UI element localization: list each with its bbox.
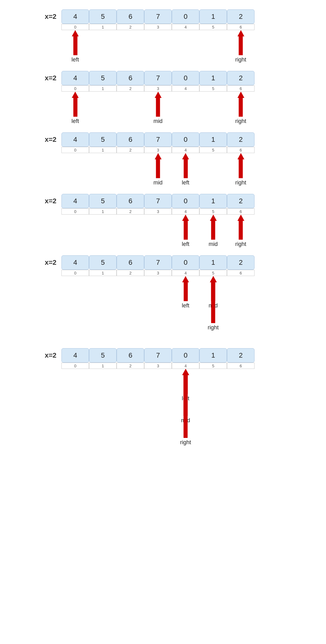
label-left-2: left — [71, 118, 79, 125]
index-row-1: 0123456 — [61, 24, 285, 30]
shaft-right-5 — [211, 282, 215, 323]
cell-2-3: 7 — [144, 71, 172, 85]
main-container: x=245670120123456leftrightx=245670120123… — [0, 0, 326, 472]
arrow-right-5: right — [208, 276, 218, 331]
label-right-6: right — [180, 439, 191, 446]
cell-1-0: 4 — [61, 9, 89, 24]
arrowhead-mid-4 — [210, 215, 217, 221]
shaft-right-1 — [239, 36, 243, 55]
arrowhead-right-6 — [182, 369, 189, 375]
cell-5-6: 2 — [227, 255, 255, 270]
array-row-4: x=24567012 — [41, 194, 285, 208]
x-label-6: x=2 — [41, 351, 56, 359]
index-row-4: 0123456 — [61, 208, 285, 215]
cell-6-5: 1 — [199, 348, 227, 363]
shaft-right-6 — [183, 375, 187, 438]
arrowhead-mid-3 — [155, 153, 161, 159]
cell-6-0: 4 — [61, 348, 89, 363]
cell-5-3: 7 — [144, 255, 172, 270]
cell-5-5: 1 — [199, 255, 227, 270]
cell-2-6: 2 — [227, 71, 255, 85]
label-left-1: left — [71, 56, 79, 63]
diagram-4: x=245670120123456leftmidright — [41, 194, 285, 249]
arrow-right-3: right — [235, 153, 246, 186]
arrowhead-mid-2 — [155, 92, 161, 98]
cell-4-0: 4 — [61, 194, 89, 208]
cell-1-1: 5 — [89, 9, 117, 24]
index-row-3: 0123456 — [61, 147, 285, 153]
idx-4-5: 5 — [199, 208, 227, 215]
shaft-left-2 — [73, 98, 77, 117]
cell-2-1: 5 — [89, 71, 117, 85]
index-row-6: 0123456 — [61, 363, 285, 369]
cell-4-5: 1 — [199, 194, 227, 208]
idx-2-5: 5 — [199, 85, 227, 92]
idx-1-3: 3 — [144, 24, 172, 30]
arrowhead-left-2 — [72, 92, 79, 98]
x-label-5: x=2 — [41, 258, 56, 267]
cell-3-6: 2 — [227, 132, 255, 147]
shaft-mid-2 — [156, 98, 160, 117]
arrows-area-1: leftright — [61, 30, 285, 65]
arrowhead-left-4 — [182, 215, 189, 221]
cell-5-4: 0 — [172, 255, 199, 270]
arrowhead-left-1 — [72, 30, 79, 36]
label-mid-3: mid — [153, 179, 162, 186]
idx-3-1: 1 — [89, 147, 117, 153]
shaft-right-4 — [239, 221, 243, 240]
arrowhead-right-4 — [237, 215, 244, 221]
cell-3-1: 5 — [89, 132, 117, 147]
x-label-3: x=2 — [41, 136, 56, 144]
array-row-3: x=24567012 — [41, 132, 285, 147]
cell-4-6: 2 — [227, 194, 255, 208]
arrows-area-5: leftmidright — [61, 276, 285, 342]
idx-3-3: 3 — [144, 147, 172, 153]
shaft-left-5 — [183, 282, 187, 301]
idx-1-0: 0 — [61, 24, 89, 30]
arrow-left-1: left — [71, 30, 79, 63]
idx-6-6: 6 — [227, 363, 255, 369]
shaft-right-3 — [239, 159, 243, 178]
idx-3-4: 4 — [172, 147, 199, 153]
idx-5-3: 3 — [144, 270, 172, 276]
arrow-mid-2: mid — [153, 92, 162, 125]
idx-6-5: 5 — [199, 363, 227, 369]
arrow-left-2: left — [71, 92, 79, 125]
idx-2-6: 6 — [227, 85, 255, 92]
arrowhead-right-3 — [237, 153, 244, 159]
idx-5-6: 6 — [227, 270, 255, 276]
idx-1-2: 2 — [117, 24, 144, 30]
idx-4-4: 4 — [172, 208, 199, 215]
arrowhead-right-1 — [237, 30, 244, 36]
idx-1-4: 4 — [172, 24, 199, 30]
cell-2-0: 4 — [61, 71, 89, 85]
label-left-3: left — [182, 179, 189, 186]
array-row-6: x=24567012 — [41, 348, 285, 363]
cell-3-5: 1 — [199, 132, 227, 147]
cell-4-1: 5 — [89, 194, 117, 208]
shaft-left-3 — [183, 159, 187, 178]
arrow-right-1: right — [235, 30, 246, 63]
cell-3-0: 4 — [61, 132, 89, 147]
idx-4-0: 0 — [61, 208, 89, 215]
label-right-2: right — [235, 118, 246, 125]
array-row-2: x=24567012 — [41, 71, 285, 85]
cell-6-6: 2 — [227, 348, 255, 363]
shaft-right-2 — [239, 98, 243, 117]
idx-1-6: 6 — [227, 24, 255, 30]
arrowhead-right-5 — [210, 276, 217, 282]
label-mid-2: mid — [153, 118, 162, 125]
array-row-1: x=24567012 — [41, 9, 285, 24]
arrow-mid-3: mid — [153, 153, 162, 186]
idx-2-3: 3 — [144, 85, 172, 92]
idx-6-0: 0 — [61, 363, 89, 369]
arrow-left-4: left — [182, 215, 189, 247]
label-left-5: left — [182, 302, 189, 309]
idx-3-6: 6 — [227, 147, 255, 153]
idx-5-1: 1 — [89, 270, 117, 276]
idx-5-0: 0 — [61, 270, 89, 276]
index-row-5: 0123456 — [61, 270, 285, 276]
cell-1-5: 1 — [199, 9, 227, 24]
idx-6-1: 1 — [89, 363, 117, 369]
idx-1-1: 1 — [89, 24, 117, 30]
